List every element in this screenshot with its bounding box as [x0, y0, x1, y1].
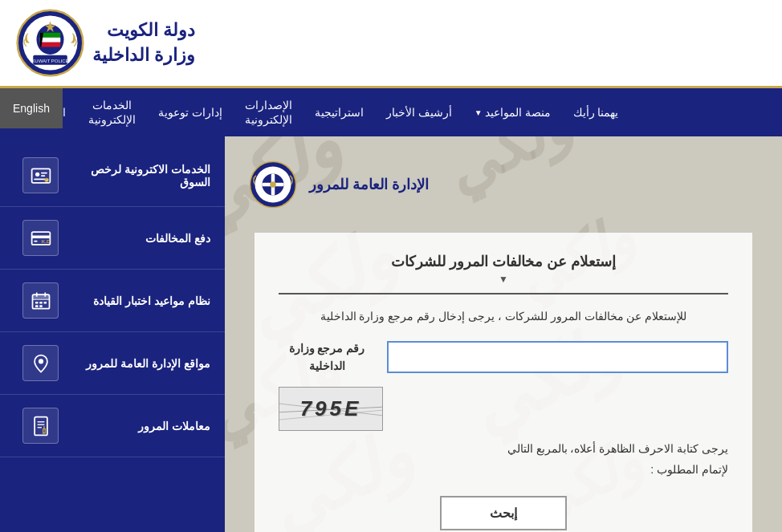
svg-rect-5: [40, 43, 61, 47]
nav-item-strategy[interactable]: استراتيجية: [303, 96, 375, 128]
search-button[interactable]: إبحث: [440, 496, 567, 530]
sidebar-item-payment-label: دفع المخالفات: [59, 232, 210, 245]
form-description: للإستعلام عن مخالفات المرور للشركات ، ير…: [279, 307, 728, 327]
svg-rect-29: [32, 294, 49, 299]
svg-rect-36: [35, 305, 39, 307]
sidebar: الخدمات الاكترونية لرخص السوق دفع المخا: [0, 136, 225, 532]
english-button[interactable]: English: [0, 88, 63, 128]
location-icon: [22, 345, 59, 381]
header-text: دولة الكويت وزارة الداخلية: [92, 18, 195, 68]
directorate-emblem: [249, 160, 297, 209]
captcha-description: يرجى كتابة الاحرف الظاهرة أعلاه، بالمربع…: [279, 439, 728, 479]
site-title-line1: دولة الكويت: [92, 18, 195, 43]
page-wrapper: ولكي ولكي ولكي ولكي ولكي ولكي ولكي ولكي …: [0, 0, 782, 532]
calendar-icon: [22, 282, 59, 319]
site-title-line2: وزارة الداخلية: [92, 43, 195, 68]
content-area: الإدارة العامة للمرور: [0, 136, 782, 532]
svg-rect-33: [35, 302, 39, 304]
captcha-section: 795E يرجى كتابة الاحرف الظاهرة أعلاه، با…: [279, 387, 728, 479]
svg-text:KUWAIT POLICE: KUWAIT POLICE: [31, 59, 68, 63]
sidebar-item-license[interactable]: الخدمات الاكترونية لرخص السوق: [0, 144, 225, 207]
svg-rect-35: [43, 302, 47, 304]
main-content: الإدارة العامة للمرور: [225, 136, 782, 532]
captcha-image: 795E: [279, 387, 383, 431]
sidebar-item-transactions[interactable]: معاملات المرور: [0, 395, 225, 457]
site-header: دولة الكويت وزارة الداخلية: [0, 0, 782, 88]
svg-rect-26: [34, 241, 37, 242]
nav-item-appointments[interactable]: منصة المواعيد ▼: [463, 96, 562, 128]
svg-rect-4: [40, 38, 61, 43]
svg-rect-21: [41, 175, 45, 177]
sidebar-item-license-label: الخدمات الاكترونية لرخص السوق: [59, 163, 210, 189]
svg-point-38: [38, 359, 43, 363]
police-emblem: KUWAIT POLICE: [16, 9, 84, 77]
sidebar-item-transactions-label: معاملات المرور: [59, 420, 210, 433]
ministry-ref-label: رقم مرجع وزارة الداخلية: [279, 339, 375, 376]
form-title: إستعلام عن مخالفات المرور للشركات: [279, 253, 728, 294]
svg-point-19: [35, 173, 39, 177]
ministry-ref-input[interactable]: [387, 341, 728, 373]
directorate-header: الإدارة العامة للمرور: [249, 152, 758, 217]
nav-item-eservices[interactable]: الخدمات الإلكترونية: [77, 88, 147, 136]
ministry-ref-field-row: رقم مرجع وزارة الداخلية: [279, 339, 728, 376]
document-icon: [22, 408, 59, 444]
svg-rect-34: [39, 302, 43, 304]
header-logo: دولة الكويت وزارة الداخلية: [16, 9, 195, 77]
main-navbar: English يهمنا رأيك منصة المواعيد ▼ أرشيف…: [0, 88, 782, 136]
svg-point-23: [44, 178, 48, 182]
payment-icon: K.D: [22, 220, 59, 256]
svg-text:K.D: K.D: [41, 238, 50, 244]
nav-item-news[interactable]: أرشيف الأخبار: [375, 96, 463, 128]
nav-item-awareness[interactable]: إدارات توعوية: [147, 95, 234, 129]
directorate-title: الإدارة العامة للمرور: [309, 176, 429, 193]
svg-rect-20: [41, 173, 47, 174]
violations-form-section: إستعلام عن مخالفات المرور للشركات للإستع…: [255, 233, 752, 532]
sidebar-item-driving-test-label: نظام مواعيد اختبار القيادة: [59, 294, 210, 307]
nav-item-opinion[interactable]: يهمنا رأيك: [562, 96, 630, 128]
svg-point-15: [270, 182, 276, 189]
nav-item-publications[interactable]: الإصدارات الإلكترونية: [234, 88, 303, 136]
sidebar-item-driving-test[interactable]: نظام مواعيد اختبار القيادة: [0, 270, 225, 332]
svg-point-43: [43, 426, 45, 428]
svg-rect-37: [39, 305, 43, 307]
license-icon: [22, 157, 59, 193]
sidebar-item-payment[interactable]: دفع المخالفات K.D: [0, 207, 225, 270]
sidebar-item-locations-label: مواقع الإدارة العامة للمرور: [59, 357, 210, 370]
sidebar-item-locations[interactable]: مواقع الإدارة العامة للمرور: [0, 332, 225, 395]
